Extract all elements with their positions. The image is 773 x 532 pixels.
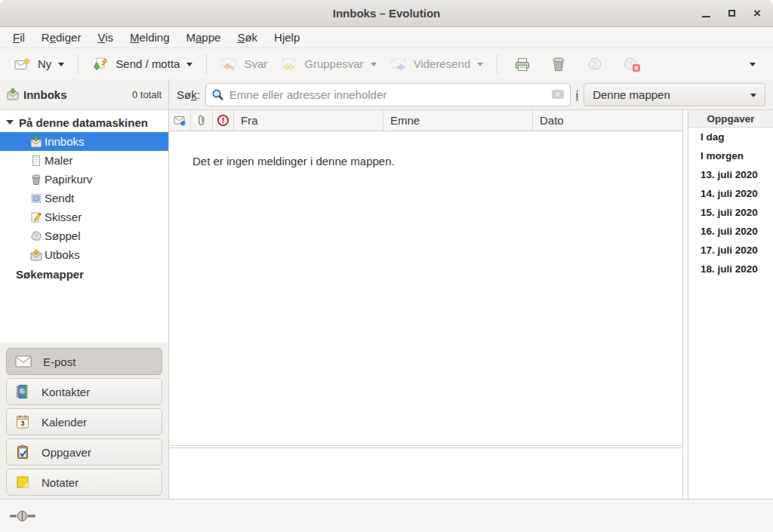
search-row: Innboks 0 totalt Søk: [0,79,773,110]
folder-sent[interactable]: Sendt [0,189,168,208]
task-item-tomorrow[interactable]: I morgen [688,146,773,165]
print-button[interactable] [509,53,536,75]
chevron-down-icon [186,63,192,66]
menu-file[interactable]: Fil [5,29,33,46]
calendar-icon: 3 [15,414,30,429]
send-receive-icon [92,57,109,71]
folder-label: Utboks [45,248,80,261]
search-area: Søk: i Denne mappen [169,79,773,109]
switcher-label: Notater [42,476,79,489]
switcher-label: Oppgaver [42,446,91,459]
group-reply-button[interactable]: Gruppesvar [274,54,383,75]
switcher-label: Kontakter [42,386,90,398]
search-scope-value: Denne mappen [593,88,670,101]
trash-icon [30,174,42,186]
task-item-date[interactable]: 17. juli 2020 [688,241,773,260]
switcher-tasks-button[interactable]: Oppgaver [6,438,162,466]
chevron-down-icon [58,63,64,66]
folder-templates[interactable]: Maler [0,151,168,170]
search-scope-in-label: i [576,88,578,101]
column-read-status[interactable] [169,110,191,131]
menu-message[interactable]: Melding [122,29,178,46]
switcher-label: Kalender [42,416,87,429]
tasks-pane: Oppgaver I dag I morgen 13. juli 2020 14… [688,110,773,499]
folder-inbox[interactable]: Innboks [0,132,168,151]
toolbar: Ny Send / motta [0,48,773,79]
folder-outbox[interactable]: Utboks [0,245,168,264]
menu-search[interactable]: Søk [229,29,266,46]
column-date[interactable]: Dato [533,110,682,131]
maximize-button[interactable] [723,5,740,22]
current-folder-header: Innboks 0 totalt [0,79,169,109]
preview-pane [169,447,682,499]
delete-button[interactable] [545,53,572,75]
chevron-down-icon [371,63,377,66]
toolbar-separator [497,54,497,74]
reply-button[interactable]: Svar [214,54,274,75]
search-label: Søk: [177,88,200,101]
column-subject[interactable]: Emne [383,110,533,131]
minimize-icon [702,16,710,17]
column-from[interactable]: Fra [234,110,383,131]
sidebar: På denne datamaskinen Innboks [0,110,169,499]
send-receive-button[interactable]: Send / motta [85,54,199,75]
toolbar-overflow-button[interactable] [744,57,761,70]
tree-root-search-folders[interactable]: Søkemapper [0,264,168,284]
read-status-icon [174,115,186,126]
forward-button[interactable]: Videresend [383,54,491,75]
titlebar[interactable]: Innboks – Evolution × [0,0,773,27]
search-field [205,83,571,106]
group-reply-icon [281,57,297,71]
statusbar [0,499,773,532]
switcher-mail-button[interactable]: E-post [6,348,162,375]
notes-icon [15,475,30,490]
menubar: Fil Rediger Vis Melding Mappe Søk Hjelp [0,27,773,48]
menu-view[interactable]: Vis [89,29,122,46]
menu-folder[interactable]: Mappe [178,29,229,46]
toolbar-separator [78,54,79,74]
menu-help[interactable]: Hjelp [266,29,308,46]
folder-label: Skisser [45,211,82,223]
junk-button[interactable] [581,53,608,75]
new-message-label: Ny [38,57,51,70]
folder-junk[interactable]: Søppel [0,226,168,245]
message-list-pane: Fra Emne Dato Det er ingen meldinger i d… [169,110,683,499]
switcher-calendar-button[interactable]: 3 Kalender [6,408,162,435]
column-attachment[interactable] [191,110,213,131]
column-priority[interactable] [213,110,234,131]
new-message-button[interactable]: Ny [8,54,71,75]
task-item-date[interactable]: 18. juli 2020 [688,260,773,278]
search-input[interactable] [229,88,546,101]
not-junk-button[interactable] [617,53,646,75]
close-button[interactable]: × [749,5,765,22]
search-icon[interactable] [211,88,224,101]
expander-icon[interactable] [6,120,14,125]
switcher-memos-button[interactable]: Notater [6,469,162,496]
templates-icon [30,155,42,167]
folder-trash[interactable]: Papirkurv [0,170,168,189]
search-scope-dropdown[interactable]: Denne mappen [584,83,765,106]
outbox-icon [30,249,42,261]
task-item-today[interactable]: I dag [688,128,773,146]
folder-drafts[interactable]: Skisser [0,208,168,226]
task-item-date[interactable]: 14. juli 2020 [688,184,773,203]
window-title: Innboks – Evolution [333,7,441,20]
minimize-button[interactable] [698,5,714,22]
task-item-date[interactable]: 13. juli 2020 [688,165,773,184]
reply-icon [220,57,237,71]
task-item-date[interactable]: 15. juli 2020 [688,203,773,222]
view-switcher: E-post @ [0,343,168,499]
task-item-date[interactable]: 16. juli 2020 [688,222,773,241]
menu-edit[interactable]: Rediger [33,29,90,46]
message-list-body[interactable]: Det er ingen meldinger i denne mappen. [169,131,682,446]
online-status-icon[interactable] [10,509,37,523]
clear-search-icon[interactable] [551,89,565,100]
trash-icon [550,57,567,72]
tasks-pane-header: Oppgaver [688,110,773,128]
message-count: 0 totalt [132,89,162,100]
tree-root-on-this-computer[interactable]: På denne datamaskinen [0,112,168,132]
reply-label: Svar [244,57,267,70]
switcher-contacts-button[interactable]: @ Kontakter [6,378,162,405]
mail-icon [15,355,32,367]
print-icon [514,57,531,72]
